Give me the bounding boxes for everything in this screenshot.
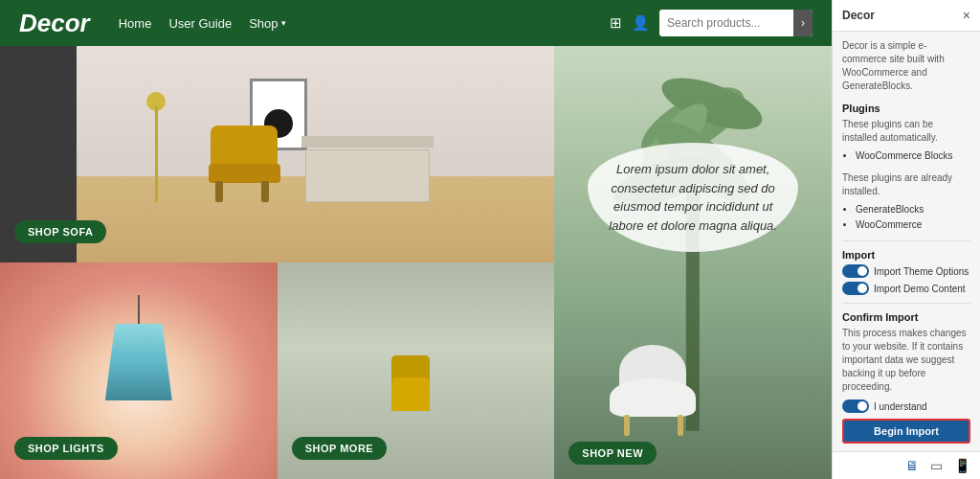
nav-icons: ⊞ 👤 ›	[610, 10, 813, 36]
panel-header: Decor ×	[833, 0, 980, 32]
plugins-section-title: Plugins	[842, 103, 970, 114]
list-item: GenerateBlocks	[856, 202, 970, 217]
mobile-icon[interactable]: 📱	[954, 458, 970, 473]
import-section-title: Import	[842, 249, 970, 261]
search-button[interactable]: ›	[793, 10, 813, 36]
lights-badge[interactable]: SHOP LIGHTS	[14, 437, 118, 460]
pendant-lamp	[105, 295, 172, 400]
understand-toggle-row: I understand	[842, 399, 970, 413]
content-grid: SHOP SOFA	[0, 46, 832, 479]
begin-import-button[interactable]: Begin Import	[842, 419, 970, 444]
search-bar: ›	[659, 10, 813, 36]
sidebar-description: Decor is a simple e-commerce site built …	[842, 39, 970, 93]
toggle-row-1: Import Theme Options	[842, 264, 970, 278]
list-item: WooCommerce	[856, 217, 970, 233]
chevron-down-icon: ▾	[281, 18, 286, 28]
close-icon[interactable]: ×	[963, 8, 970, 23]
desktop-icon[interactable]: 🖥	[905, 458, 919, 473]
more-badge[interactable]: SHOP MORE	[292, 437, 388, 460]
understand-label: I understand	[874, 401, 927, 412]
nav-home[interactable]: Home	[119, 16, 152, 31]
new-badge[interactable]: SHOP NEW	[568, 442, 657, 465]
installed-plugins-list: GenerateBlocks WooCommerce	[842, 202, 970, 233]
confirm-import-title: Confirm Import	[842, 311, 970, 323]
import-demo-label: Import Demo Content	[874, 284, 966, 294]
import-demo-toggle[interactable]	[842, 282, 869, 295]
nav-shop[interactable]: Shop ▾	[249, 16, 285, 31]
nav-user-guide[interactable]: User Guide	[168, 16, 232, 31]
site-nav: Home User Guide Shop ▾	[119, 16, 286, 31]
understand-toggle[interactable]	[842, 399, 869, 413]
import-theme-label: Import Theme Options	[874, 266, 969, 277]
panel-footer: 🖥 ▭ 📱	[833, 451, 980, 479]
site-header: Decor Home User Guide Shop ▾ ⊞ 👤 ›	[0, 0, 832, 46]
new-cell: Lorem ipsum dolor sit amet, consectetur …	[554, 46, 832, 479]
installed-plugins-text: These plugins are already installed.	[842, 171, 970, 198]
more-cell: SHOP MORE	[278, 262, 555, 479]
lights-cell: SHOP LIGHTS	[0, 262, 278, 479]
site-logo: Decor	[19, 9, 90, 38]
panel-title: Decor	[842, 9, 875, 22]
sofa-badge[interactable]: SHOP SOFA	[14, 220, 106, 243]
sofa-cell: SHOP SOFA	[0, 46, 554, 262]
tablet-icon[interactable]: ▭	[930, 458, 943, 473]
panel-body: Decor is a simple e-commerce site built …	[833, 32, 980, 451]
auto-plugins-text: These plugins can be installed automatic…	[842, 118, 970, 145]
import-theme-toggle[interactable]	[842, 264, 869, 278]
auto-plugins-list: WooCommerce Blocks	[842, 148, 970, 164]
search-input[interactable]	[659, 16, 793, 30]
grid-icon[interactable]: ⊞	[610, 14, 622, 32]
confirm-text: This process makes changes to your websi…	[842, 327, 970, 394]
toggle-row-2: Import Demo Content	[842, 282, 970, 295]
account-icon[interactable]: 👤	[632, 14, 650, 32]
sidebar-panel: Decor × Decor is a simple e-commerce sit…	[832, 0, 980, 479]
list-item: WooCommerce Blocks	[856, 148, 970, 164]
website-preview: Decor Home User Guide Shop ▾ ⊞ 👤 ›	[0, 0, 832, 479]
